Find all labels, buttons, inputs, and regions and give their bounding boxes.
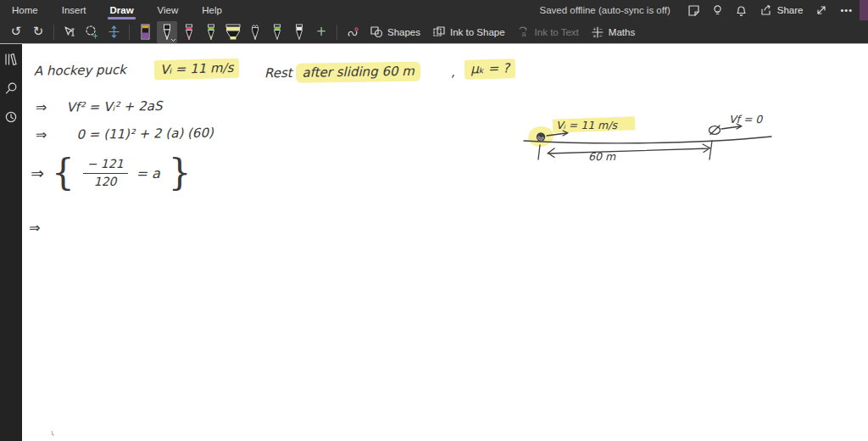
ink-equation-4-arrow: ⇒ — [29, 220, 40, 236]
ink-condition: Rest after sliding 60 m — [264, 62, 420, 84]
open-brace: { — [52, 157, 75, 189]
pencil-icon — [248, 24, 262, 41]
pen-green-2-tool[interactable] — [267, 21, 287, 43]
left-rail — [0, 44, 22, 441]
ink-unknown: μₖ = ? — [465, 59, 515, 79]
svg-text:÷: ÷ — [599, 32, 603, 38]
fraction-numerator: − 121 — [83, 157, 128, 174]
highlighter-icon — [224, 24, 242, 41]
share-label: Share — [777, 5, 804, 15]
tab-help[interactable]: Help — [190, 0, 234, 20]
lasso-select-icon — [84, 25, 99, 39]
maths-button[interactable]: + − × ÷ Maths — [585, 21, 641, 43]
add-pen-button[interactable]: + — [311, 21, 331, 43]
close-brace: } — [169, 157, 192, 189]
more-options-button[interactable]: ••• — [833, 5, 860, 15]
pen-green-tool[interactable] — [201, 21, 221, 43]
implies-arrow: ⇒ — [36, 126, 47, 142]
share-icon — [760, 4, 773, 16]
panning-hand-button[interactable] — [103, 21, 124, 43]
equation-text: Vf² = Vᵢ² + 2aS — [66, 98, 162, 114]
fraction-denominator: 120 — [94, 174, 117, 190]
distance-tick-right — [709, 141, 712, 159]
pencil-tool[interactable] — [245, 21, 265, 43]
ink-to-shape-label: Ink to Shape — [450, 27, 505, 37]
eraser-tool[interactable] — [135, 21, 155, 43]
implies-arrow: ⇒ — [31, 164, 43, 182]
pen-white-tool[interactable] — [289, 21, 309, 43]
sticky-note-button[interactable] — [682, 0, 706, 20]
initial-velocity-label: Vᵢ = 11 m/s — [556, 119, 618, 131]
touch-drawing-icon — [346, 25, 360, 39]
ink-equation-3: ⇒ { − 121 120 = a } — [31, 157, 192, 189]
maths-icon: + − × ÷ — [591, 25, 604, 39]
pen-pink-tool[interactable] — [179, 21, 199, 43]
lightbulb-icon — [711, 4, 724, 17]
puck-sliding-diagram: Vᵢ = 11 m/s Vf = 0 60 m — [517, 110, 780, 166]
tab-view[interactable]: View — [146, 0, 191, 20]
sync-status-text: Saved offline (auto-sync is off) — [539, 5, 670, 15]
ink-comma: , — [451, 64, 455, 80]
tab-draw[interactable]: Draw — [97, 0, 145, 20]
highlighted-text: after sliding 60 m — [296, 62, 420, 83]
equation-rhs: = a — [136, 165, 160, 181]
ink-given-velocity: Vᵢ = 11 m/s — [154, 59, 239, 79]
fullscreen-button[interactable] — [810, 0, 833, 20]
stray-ink-mark — [50, 430, 57, 437]
pen-black-tool-selected[interactable] — [157, 21, 177, 43]
eraser-icon — [139, 24, 152, 40]
ground-line — [524, 137, 771, 143]
highlighted-text: μₖ = ? — [465, 59, 516, 80]
pen-icon — [182, 24, 196, 41]
share-button[interactable]: Share — [754, 0, 810, 20]
redo-button[interactable]: ↻ — [28, 21, 48, 43]
implies-arrow: ⇒ — [36, 99, 47, 115]
undo-button[interactable]: ↺ — [6, 21, 26, 43]
ideas-button[interactable] — [706, 0, 730, 20]
toolbar-divider — [53, 25, 54, 40]
ink-to-shape-button[interactable]: Ink to Shape — [426, 21, 511, 43]
ink-to-text-icon: a — [517, 25, 531, 38]
toolbar-divider — [129, 25, 130, 40]
search-button[interactable] — [3, 80, 19, 97]
equation-text: 0 = (11)² + 2 (a) (60) — [76, 125, 214, 142]
fraction: − 121 120 — [83, 157, 128, 189]
pen-icon — [204, 24, 218, 41]
distance-label: 60 m — [588, 150, 616, 163]
tab-home[interactable]: Home — [0, 0, 50, 20]
ink-to-text-label: Ink to Text — [535, 27, 579, 37]
tab-insert[interactable]: Insert — [50, 0, 98, 20]
lasso-select-button[interactable] — [81, 21, 102, 43]
search-icon — [4, 81, 18, 95]
ink-replay-button[interactable] — [342, 21, 363, 43]
notebooks-button[interactable] — [3, 51, 19, 68]
ink-to-text-button: a Ink to Text — [511, 21, 585, 43]
drawing-canvas[interactable]: A hockey puck Vᵢ = 11 m/s Rest after sli… — [22, 44, 868, 441]
notebooks-icon — [4, 53, 19, 66]
menu-bar: Home Insert Draw View Help Saved offline… — [0, 0, 868, 20]
final-velocity-label: Vf = 0 — [729, 113, 763, 126]
svg-text:a: a — [521, 30, 526, 38]
titlebar-right: Saved offline (auto-sync is off) — [539, 0, 868, 20]
clock-icon — [4, 110, 18, 124]
shapes-icon — [370, 25, 383, 38]
notifications-button[interactable] — [730, 0, 754, 20]
shapes-label: Shapes — [387, 27, 420, 37]
pen-icon — [270, 24, 284, 41]
ink-to-shape-icon — [432, 25, 446, 38]
distance-arrow — [548, 144, 710, 158]
highlighter-yellow-tool[interactable] — [223, 21, 243, 43]
recent-notes-button[interactable] — [3, 109, 19, 126]
maths-label: Maths — [609, 27, 635, 37]
highlighted-text: Vᵢ = 11 m/s — [154, 59, 240, 81]
condition-plain: Rest — [264, 65, 292, 81]
shapes-button[interactable]: Shapes — [364, 21, 426, 43]
svg-text:+: + — [593, 25, 596, 31]
undo-icon: ↺ — [11, 25, 22, 38]
chevron-down-icon — [170, 38, 176, 42]
sticky-note-icon — [687, 4, 700, 17]
select-objects-button[interactable] — [59, 21, 80, 43]
pen-icon — [292, 24, 306, 41]
bell-icon — [735, 4, 748, 17]
ink-problem-lead: A hockey puck — [34, 62, 126, 79]
